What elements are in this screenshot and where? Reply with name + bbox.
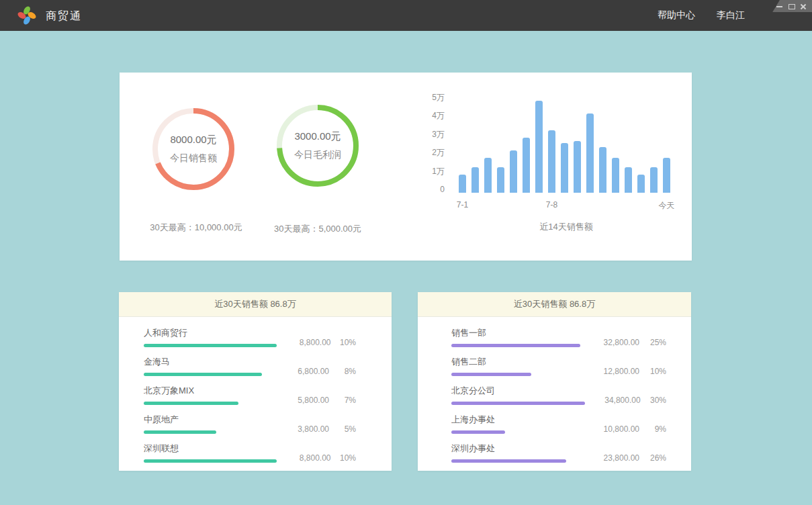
ranking-bar <box>451 373 531 376</box>
ranking-value: 3,800.00 <box>271 424 329 434</box>
sales-bar <box>548 130 555 193</box>
departments-card: 近30天销售额 86.8万 销售一部32,800.0025%销售二部12,800… <box>418 292 691 471</box>
ranking-percent: 10% <box>331 453 356 463</box>
ranking-percent: 8% <box>329 367 356 376</box>
ranking-value: 32,800.00 <box>582 338 639 347</box>
sales-bar <box>625 167 632 193</box>
sales-bar <box>612 158 619 193</box>
ranking-name: 中原地产 <box>144 414 271 426</box>
ranking-row: 深圳联想8,800.0010% <box>144 443 356 463</box>
ranking-bar <box>451 459 566 463</box>
sales-bar <box>650 167 658 193</box>
today-profit-ring: 3000.00元 今日毛利润 <box>276 104 359 187</box>
ranking-value: 23,800.00 <box>582 453 639 463</box>
ranking-value: 8,800.00 <box>277 453 331 463</box>
ranking-name: 深圳办事处 <box>451 443 582 455</box>
ranking-percent: 10% <box>639 367 666 376</box>
ranking-row: 上海办事处10,800.009% <box>451 414 666 434</box>
ranking-bar <box>451 402 585 405</box>
sales-bar <box>535 101 543 193</box>
ranking-row: 人和商贸行8,800.0010% <box>144 327 356 347</box>
y-axis-tick: 5万 <box>422 92 445 103</box>
app-logo-icon <box>17 5 36 26</box>
ranking-bar <box>144 459 277 463</box>
ranking-name: 人和商贸行 <box>144 327 277 339</box>
ranking-percent: 9% <box>639 424 666 434</box>
ranking-name: 金海马 <box>144 356 271 368</box>
sales-bar <box>574 141 581 193</box>
sales-bar <box>663 158 670 193</box>
overview-card: 8000.00元 今日销售额 30天最高：10,000.00元 3000.00元… <box>120 73 692 261</box>
user-menu[interactable]: 李白江 <box>717 9 745 21</box>
ranking-value: 6,800.00 <box>271 367 329 376</box>
sales-bar <box>497 167 504 193</box>
sales-bar <box>510 150 517 193</box>
sales-bar <box>561 143 568 193</box>
customers-card: 近30天销售额 86.8万 人和商贸行8,800.0010%金海马6,800.0… <box>119 292 392 471</box>
sales-bar <box>459 175 466 193</box>
ranking-value: 10,800.00 <box>582 424 639 434</box>
ranking-row: 销售二部12,800.0010% <box>451 356 666 376</box>
ranking-bar <box>144 344 277 347</box>
window-controls <box>772 0 812 12</box>
ranking-name: 上海办事处 <box>451 414 582 426</box>
bar-series <box>459 92 670 193</box>
ranking-row: 金海马6,800.008% <box>144 356 356 376</box>
ranking-row: 深圳办事处23,800.0026% <box>451 443 666 463</box>
ranking-name: 销售二部 <box>451 356 582 368</box>
sales-bar <box>471 167 479 193</box>
y-axis-tick: 4万 <box>422 110 445 121</box>
y-axis-tick: 2万 <box>422 147 445 158</box>
ranking-value: 12,800.00 <box>582 367 639 376</box>
help-center-link[interactable]: 帮助中心 <box>658 9 695 21</box>
ranking-percent: 26% <box>639 453 666 463</box>
maximize-icon[interactable] <box>788 3 795 9</box>
x-axis-tick: 今天 <box>659 200 675 212</box>
app-window: 商贸通 帮助中心 李白江 8000.00元 今日销售额 30天最高：10,000… <box>0 0 812 505</box>
app-title: 商贸通 <box>46 9 82 24</box>
ranking-value: 34,800.00 <box>585 396 641 405</box>
close-icon[interactable] <box>801 3 807 9</box>
ranking-percent: 25% <box>639 338 666 347</box>
ranking-percent: 7% <box>329 396 356 405</box>
ranking-name: 北京万象MIX <box>144 385 271 397</box>
ranking-row: 北京万象MIX5,800.007% <box>144 385 356 405</box>
today-sales-ring: 8000.00元 今日销售额 <box>152 107 235 191</box>
minimize-icon[interactable] <box>776 3 782 9</box>
titlebar: 商贸通 帮助中心 李白江 <box>0 0 812 31</box>
today-sales-label: 今日销售额 <box>170 152 217 165</box>
sales-bar <box>637 175 645 193</box>
ranking-name: 销售一部 <box>451 327 582 339</box>
x-axis-tick: 7-8 <box>546 200 557 210</box>
ranking-bar <box>451 344 580 347</box>
ranking-bar <box>144 430 216 434</box>
today-profit-footer: 30天最高：5,000.00元 <box>251 223 385 235</box>
ranking-row: 中原地产3,800.005% <box>144 414 356 434</box>
today-sales-footer: 30天最高：10,000.00元 <box>129 222 263 234</box>
ranking-bar <box>144 373 262 376</box>
x-axis-tick: 7-1 <box>457 200 468 210</box>
ranking-name: 北京分公司 <box>451 385 585 397</box>
ranking-value: 8,800.00 <box>277 338 331 347</box>
sales-bar <box>523 138 530 193</box>
sales-bar <box>599 147 606 193</box>
y-axis-tick: 0 <box>422 184 445 195</box>
ranking-name: 深圳联想 <box>144 443 277 455</box>
customers-card-title: 近30天销售额 86.8万 <box>119 292 392 317</box>
y-axis-tick: 1万 <box>422 166 445 177</box>
today-profit-value: 3000.00元 <box>294 130 341 143</box>
y-axis-tick: 3万 <box>422 129 445 140</box>
sales-bar <box>586 113 594 193</box>
sales-bar <box>484 158 492 193</box>
ranking-bar <box>451 430 505 434</box>
ranking-bar <box>144 402 238 405</box>
ranking-value: 5,800.00 <box>271 396 329 405</box>
ranking-percent: 5% <box>329 424 356 434</box>
today-profit-label: 今日毛利润 <box>294 149 341 161</box>
chart-caption: 近14天销售额 <box>459 221 674 233</box>
ranking-percent: 10% <box>331 338 356 347</box>
ranking-percent: 30% <box>641 396 666 405</box>
ranking-row: 销售一部32,800.0025% <box>451 327 666 347</box>
ranking-row: 北京分公司34,800.0030% <box>451 385 666 405</box>
departments-card-title: 近30天销售额 86.8万 <box>418 292 691 317</box>
